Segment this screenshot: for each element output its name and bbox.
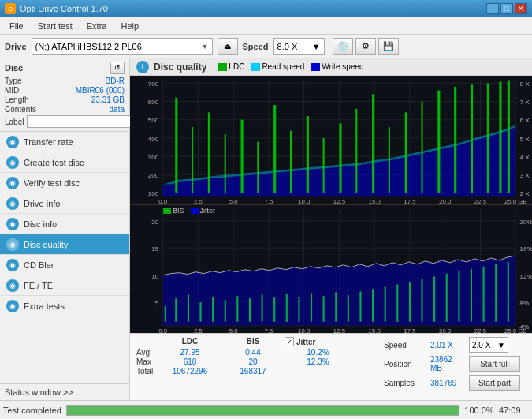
svg-text:12%: 12% [519,272,532,279]
svg-rect-96 [323,296,325,322]
position-label: Position [384,360,427,368]
total-bis: 168317 [221,367,285,376]
svg-rect-35 [437,91,440,193]
charts-container: 700 600 500 400 300 200 100 8 X 7 X 6 X … [130,76,532,333]
drive-info-icon: ◉ [6,197,19,210]
svg-rect-102 [396,284,398,321]
menu-help[interactable]: Help [114,20,145,32]
legend-read-speed-label: Read speed [262,62,304,71]
svg-rect-34 [421,102,422,193]
svg-text:15.0: 15.0 [369,198,381,204]
menu-start-test[interactable]: Start test [32,20,79,32]
svg-rect-25 [273,105,276,193]
disc-length-row: Length 23.31 GB [5,95,125,104]
svg-text:5.0: 5.0 [229,327,238,333]
speed-dropdown-arrow: ▼ [497,341,505,350]
nav-drive-info-label: Drive info [24,199,60,208]
settings-icon-button[interactable]: ⚙ [355,38,376,55]
disc-contents-value: data [110,105,125,114]
disc-label-row: Label ⚙ [5,115,125,128]
svg-text:3 X: 3 X [519,172,530,178]
menu-file[interactable]: File [3,20,30,32]
disc-panel-title: Disc [5,63,23,73]
menu-extra[interactable]: Extra [80,20,113,32]
speed-stat-dropdown[interactable]: 2.0 X ▼ [469,337,508,353]
nav-create-test-disc-label: Create test disc [24,158,84,167]
svg-text:20: 20 [151,218,159,225]
svg-text:8%: 8% [519,300,529,307]
svg-text:2 X: 2 X [519,191,530,197]
nav-buttons: ◉ Transfer rate ◉ Create test disc ◉ Ver… [0,132,129,316]
disc-label-input[interactable] [27,115,132,128]
bottom-chart-svg: 20 15 10 5 20% 16% 12% 8% 4% 0.0 2.5 5.0… [130,205,532,334]
legend-read-speed: Read speed [251,62,304,71]
svg-text:7.5: 7.5 [264,198,273,204]
svg-text:17.5: 17.5 [404,327,415,333]
speed-select[interactable]: 8.0 X ▼ [273,38,325,55]
position-value: 23862 MB [430,355,466,372]
title-bar-text: Opti Drive Control 1.70 [20,4,108,13]
avg-ldc: 27.95 [158,348,221,357]
chart-legend-top: LDC Read speed Write speed [218,62,363,71]
ldc-header: LDC [158,337,221,346]
save-icon-button[interactable]: 💾 [378,38,399,55]
avg-label: Avg [136,348,158,357]
svg-rect-83 [165,306,166,322]
drive-label: Drive [5,42,27,51]
status-window-button[interactable]: Status window >> [0,383,129,400]
total-label: Total [136,367,158,376]
title-bar-controls[interactable]: ─ □ ✕ [486,3,527,14]
legend-jitter: Jitter [191,207,216,215]
status-bar: Test completed 100.0% 47:09 [0,400,532,419]
samples-value: 381769 [430,379,466,387]
disc-type-row: Type BD-R [5,77,125,85]
svg-text:12.5: 12.5 [333,198,345,204]
close-button[interactable]: ✕ [515,3,527,14]
svg-text:100: 100 [148,191,160,197]
progress-percent: 100.0% [464,406,494,415]
total-ldc: 10672296 [158,367,221,376]
svg-rect-31 [372,94,374,193]
nav-cd-bler[interactable]: ◉ CD Bler [0,255,129,275]
legend-ldc-label: LDC [229,62,244,71]
nav-extra-tests-label: Extra tests [24,301,65,311]
chart-header-icon: i [136,61,149,73]
nav-disc-info[interactable]: ◉ Disc info [0,214,129,234]
speed-stat-value: 2.01 X [430,341,466,350]
svg-rect-20 [192,127,193,193]
svg-text:10.0: 10.0 [298,327,310,333]
nav-fe-te-label: FE / TE [24,281,53,290]
maximize-button[interactable]: □ [500,3,513,14]
svg-text:300: 300 [148,154,160,160]
position-row: Position 23862 MB Start full [384,355,526,372]
drive-select[interactable]: (N:) ATAPI iHBS112 2 PL06 ▼ [32,38,213,55]
legend-jitter-label: Jitter [200,207,216,215]
nav-extra-tests[interactable]: ◉ Extra tests [0,296,129,316]
speed-dropdown-value: 2.0 X [472,341,490,350]
svg-rect-39 [499,81,501,193]
svg-text:10.0: 10.0 [298,198,310,204]
minimize-button[interactable]: ─ [486,3,499,14]
legend-read-speed-color [251,63,260,71]
avg-row: Avg 27.95 0.44 10.2% [136,348,381,357]
svg-text:5.0: 5.0 [229,198,238,204]
disc-refresh-button[interactable]: ↺ [110,62,125,74]
title-bar-left: O Opti Drive Control 1.70 [5,3,108,14]
nav-fe-te[interactable]: ◉ FE / TE [0,275,129,296]
svg-rect-84 [175,298,177,322]
svg-rect-23 [241,120,244,193]
svg-text:500: 500 [148,118,160,124]
start-full-button[interactable]: Start full [469,356,520,372]
nav-verify-test-disc[interactable]: ◉ Verify test disc [0,173,129,193]
nav-disc-quality[interactable]: ◉ Disc quality [0,234,129,255]
start-part-button[interactable]: Start part [469,375,520,391]
stats-table: LDC BIS ✓ Jitter Avg 27.95 0.44 10.2% [136,337,381,376]
jitter-checkbox[interactable]: ✓ [285,337,294,346]
nav-transfer-rate[interactable]: ◉ Transfer rate [0,132,129,152]
legend-write-speed-label: Write speed [322,62,363,71]
disc-icon-button[interactable]: 💿 [333,38,353,55]
nav-drive-info[interactable]: ◉ Drive info [0,193,129,214]
nav-create-test-disc[interactable]: ◉ Create test disc [0,152,129,173]
main-content: Disc ↺ Type BD-R MID MBIR06 (000) Length… [0,58,532,400]
eject-button[interactable]: ⏏ [218,38,238,55]
